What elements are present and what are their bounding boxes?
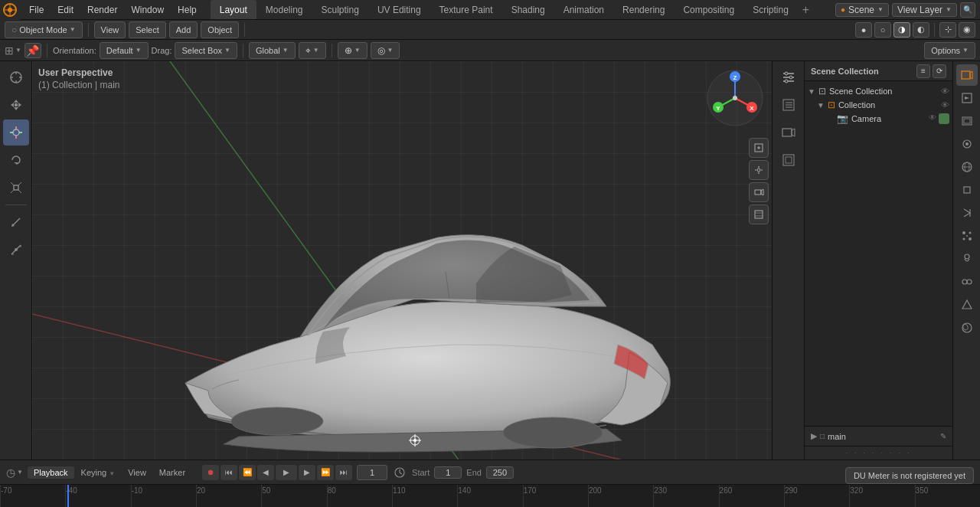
add-btn[interactable]: Add — [169, 21, 198, 38]
rotate-tool-btn[interactable] — [3, 147, 29, 173]
pin-btn[interactable]: 📌 — [24, 43, 41, 58]
overlay-btn[interactable]: ⊹ — [939, 22, 956, 38]
blender-logo[interactable] — [0, 0, 20, 20]
scale-tool-btn[interactable] — [3, 175, 29, 201]
drag-dropdown[interactable]: Select Box ▼ — [175, 42, 237, 59]
end-frame-value[interactable]: 250 — [486, 466, 514, 479]
menu-render[interactable]: Render — [81, 3, 123, 17]
modifier-props-btn[interactable] — [956, 202, 978, 224]
outliner-sync-btn[interactable]: ⟳ — [933, 64, 946, 78]
view-layer-edit[interactable]: ✎ — [940, 432, 946, 440]
collection-visibility[interactable]: 👁 — [941, 100, 949, 110]
jump-forward-btn[interactable]: ⏩ — [317, 465, 334, 480]
timeline-track[interactable]: -70 -40 -10 20 50 80 110 140 170 200 230… — [0, 484, 980, 507]
object-mode-btn[interactable]: ○ Object Mode ▼ — [5, 21, 83, 38]
view-tab[interactable]: View — [122, 466, 152, 479]
prev-keyframe-btn[interactable]: ◀ — [257, 465, 274, 480]
pivot-dropdown[interactable]: Global ▼ — [249, 42, 296, 59]
tab-modeling[interactable]: Modeling — [256, 0, 312, 19]
eevee-mode-btn[interactable]: ◐ — [913, 22, 929, 38]
skip-start-btn[interactable]: ⏮ — [220, 465, 237, 480]
tab-sculpting[interactable]: Sculpting — [312, 0, 368, 19]
render-props-icon-btn[interactable] — [956, 64, 978, 86]
physics-icon — [961, 253, 973, 265]
start-frame-value[interactable]: 1 — [434, 466, 462, 479]
camera-visibility[interactable]: 👁 — [929, 113, 936, 124]
view-layer-label: View Layer — [897, 5, 942, 15]
marker-tab[interactable]: Marker — [153, 466, 191, 479]
data-props-btn[interactable] — [956, 294, 978, 316]
orientation-dropdown[interactable]: Default ▼ — [100, 42, 149, 59]
measure-tool-btn[interactable] — [3, 237, 29, 263]
view-layer-selector[interactable]: View Layer ▼ — [892, 3, 957, 17]
jump-backward-btn[interactable]: ⏪ — [239, 465, 256, 480]
pan-btn[interactable] — [749, 160, 769, 180]
output-props-icon-btn[interactable] — [956, 87, 978, 109]
menu-help[interactable]: Help — [172, 3, 203, 17]
object-props-btn[interactable] — [956, 179, 978, 201]
world-props-btn[interactable] — [956, 156, 978, 178]
timeline-editor-type[interactable]: ◷ ▼ — [6, 466, 23, 479]
rendered-mode-btn[interactable]: ◑ — [893, 22, 910, 38]
scene-collection-visibility[interactable]: 👁 — [941, 87, 949, 96]
snap-btn[interactable]: ⊕ ▼ — [338, 42, 368, 59]
select-btn[interactable]: Select — [129, 21, 166, 38]
editor-type-btn[interactable]: ⊞ ▼ — [5, 44, 21, 57]
move-tool-btn[interactable] — [3, 92, 29, 118]
solid-mode-btn[interactable]: ● — [855, 22, 872, 38]
outliner-tool-btn[interactable] — [776, 92, 802, 118]
tab-uv-editing[interactable]: UV Editing — [368, 0, 430, 19]
scene-collection-item[interactable]: ▼ ⊡ Scene Collection 👁 — [805, 84, 952, 98]
properties-tool-btn[interactable] — [776, 64, 802, 90]
tab-texture-paint[interactable]: Texture Paint — [430, 0, 502, 19]
camera-color-dot[interactable] — [939, 113, 949, 124]
tab-scripting[interactable]: Scripting — [743, 0, 798, 19]
view-layer-props-btn[interactable] — [956, 110, 978, 132]
outliner-filter-btn[interactable]: ≡ — [916, 64, 930, 78]
annotate-tool-btn[interactable] — [3, 209, 29, 235]
tab-shading[interactable]: Shading — [502, 0, 554, 19]
gizmo-btn[interactable]: ◉ — [959, 22, 975, 38]
search-btn[interactable]: 🔍 — [960, 2, 975, 18]
keying-tab[interactable]: Keying ▼ — [75, 466, 122, 479]
view3d-tool-btn[interactable] — [776, 147, 802, 173]
collection-item[interactable]: ▼ ⊡ Collection 👁 — [805, 98, 952, 112]
viewport-3d[interactable]: User Perspective (1) Collection | main Z… — [32, 61, 772, 460]
camera-item[interactable]: ▼ 📷 Camera 👁 — [805, 112, 952, 126]
menu-file[interactable]: File — [23, 3, 50, 17]
record-btn[interactable]: ⏺ — [202, 465, 219, 480]
navigation-gizmo[interactable]: Z X Y — [704, 67, 766, 129]
menu-window[interactable]: Window — [125, 3, 170, 17]
particles-props-btn[interactable] — [956, 225, 978, 247]
ortho-view-btn[interactable] — [749, 204, 769, 224]
cursor-tool-btn[interactable] — [3, 64, 29, 90]
object-btn[interactable]: Object — [201, 21, 239, 38]
material-mode-btn[interactable]: ○ — [874, 22, 891, 38]
options-btn[interactable]: Options ▼ — [924, 42, 975, 59]
constraints-props-btn[interactable] — [956, 271, 978, 293]
transform-orient-btn[interactable]: ⌖ ▼ — [299, 42, 326, 59]
tab-animation[interactable]: Animation — [554, 0, 613, 19]
tab-add[interactable]: + — [798, 0, 814, 19]
menu-edit[interactable]: Edit — [51, 3, 80, 17]
view-btn[interactable]: View — [94, 21, 126, 38]
scene-props-btn[interactable] — [956, 133, 978, 155]
transform-tool-btn[interactable] — [3, 119, 29, 146]
material-props-btn[interactable] — [956, 317, 978, 339]
zoom-extents-btn[interactable] — [749, 138, 769, 158]
tab-compositing[interactable]: Compositing — [674, 0, 743, 19]
skip-end-btn[interactable]: ⏭ — [335, 465, 352, 480]
physics-props-btn[interactable] — [956, 248, 978, 270]
camera-persp-btn[interactable] — [749, 182, 769, 202]
view-layer-expand[interactable]: ▶ — [811, 431, 817, 441]
playback-tab[interactable]: Playback — [28, 466, 74, 479]
time-display-btn[interactable] — [392, 465, 407, 480]
tab-layout[interactable]: Layout — [211, 0, 256, 19]
proportional-btn[interactable]: ◎ ▼ — [371, 42, 400, 59]
play-btn[interactable]: ▶ — [276, 465, 297, 480]
current-frame-input[interactable] — [357, 465, 387, 480]
render-props-btn[interactable] — [776, 119, 802, 146]
scene-selector[interactable]: ● Scene ▼ — [835, 3, 889, 17]
tab-rendering[interactable]: Rendering — [613, 0, 674, 19]
next-keyframe-btn[interactable]: ▶ — [299, 465, 315, 480]
